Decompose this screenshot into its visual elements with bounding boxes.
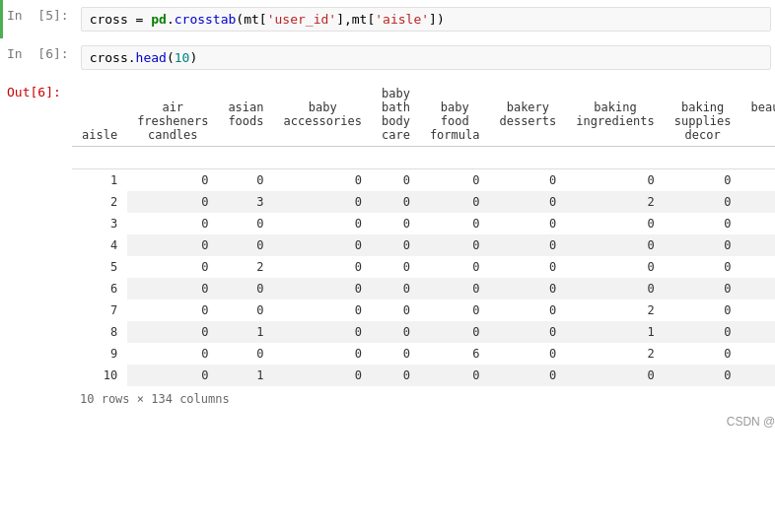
- cell-r3-c2: 0: [274, 213, 372, 234]
- cell-r4-c2: 0: [274, 234, 372, 256]
- cell-r2-c7: 0: [665, 191, 741, 213]
- cell-r2-c4: 0: [420, 191, 490, 213]
- cell-r3-c8: 0: [741, 213, 775, 234]
- cell-r8-c3: 0: [372, 321, 420, 343]
- cell-r2-c2: 0: [274, 191, 372, 213]
- cell-r6-c4: 0: [420, 278, 490, 299]
- cell-r1-c2: 0: [274, 169, 372, 192]
- row-index-4: 4: [72, 234, 127, 256]
- cell-r3-c7: 0: [665, 213, 741, 234]
- row-index-9: 9: [72, 343, 127, 365]
- var-cross: cross =: [90, 12, 152, 27]
- cell-r6-c6: 0: [566, 278, 664, 299]
- row-index-1: 1: [72, 169, 127, 192]
- cell-r9-c5: 0: [489, 343, 566, 365]
- cell-r2-c5: 0: [489, 191, 566, 213]
- cell-r2-c3: 0: [372, 191, 420, 213]
- kw-pd: pd: [151, 12, 167, 27]
- cell-r3-c0: 0: [127, 213, 218, 234]
- paren4: ): [189, 50, 197, 65]
- cell-r7-c2: 0: [274, 299, 372, 321]
- cell-6-label: In [6]:: [3, 42, 77, 65]
- paren1: (: [236, 12, 244, 27]
- num-10: 10: [175, 50, 190, 65]
- cell-r5-c1: 2: [218, 256, 273, 278]
- col-header-bakery: bakerydesserts: [489, 83, 566, 147]
- cell-r1-c3: 0: [372, 169, 420, 192]
- cell-5-label: In [5]:: [3, 4, 77, 27]
- row-index-6: 6: [72, 278, 127, 299]
- row-index-3: 3: [72, 213, 127, 234]
- notebook: In [5]: cross = pd.crosstab(mt['user_id'…: [0, 0, 775, 438]
- code-line-6: cross.head(10): [81, 45, 771, 70]
- table-row: 100100000000: [72, 365, 775, 386]
- table-row: 60000000000: [72, 278, 775, 299]
- cell-r2-c6: 2: [566, 191, 664, 213]
- col-header-beauty: beauty: [741, 83, 775, 147]
- cell-r1-c5: 0: [489, 169, 566, 192]
- cell-r9-c8: 0: [741, 343, 775, 365]
- bracket2: ]: [336, 12, 344, 27]
- cell-r3-c4: 0: [420, 213, 490, 234]
- cell-r2-c8: 0: [741, 191, 775, 213]
- cell-r4-c3: 0: [372, 234, 420, 256]
- col-header-baby-bath: babybathbody care: [372, 83, 420, 147]
- col-header-row: aisle airfreshenerscandles asianfoods ba…: [72, 83, 775, 147]
- row-index-2: 2: [72, 191, 127, 213]
- table-row: 70000002000: [72, 299, 775, 321]
- cell-r1-c6: 0: [566, 169, 664, 192]
- cell-r7-c5: 0: [489, 299, 566, 321]
- cell-r9-c7: 0: [665, 343, 741, 365]
- footer-text: 10 rows × 134 columns: [72, 386, 775, 412]
- cell-r6-c8: 0: [741, 278, 775, 299]
- cell-r6-c1: 0: [218, 278, 273, 299]
- cell-5-content[interactable]: cross = pd.crosstab(mt['user_id'],mt['ai…: [77, 4, 775, 34]
- cell-r5-c6: 0: [566, 256, 664, 278]
- comma1: ,: [344, 12, 352, 27]
- cell-out6-label: Out[6]:: [3, 81, 72, 103]
- paren3: (: [167, 50, 175, 65]
- kw-crosstab: crosstab: [175, 12, 237, 27]
- cell-r3-c5: 0: [489, 213, 566, 234]
- cell-r9-c1: 0: [218, 343, 273, 365]
- cell-r5-c7: 0: [665, 256, 741, 278]
- cell-r6-c5: 0: [489, 278, 566, 299]
- col-header-aisle: aisle: [72, 83, 127, 147]
- cell-r6-c2: 0: [274, 278, 372, 299]
- cell-r7-c4: 0: [420, 299, 490, 321]
- col-header-baby-food: babyfoodformula: [420, 83, 490, 147]
- cell-r10-c1: 1: [218, 365, 273, 386]
- cell-r6-c7: 0: [665, 278, 741, 299]
- table-row: 40000000000: [72, 234, 775, 256]
- cell-r8-c8: 0: [741, 321, 775, 343]
- cell-r1-c1: 0: [218, 169, 273, 192]
- cell-r1-c8: 0: [741, 169, 775, 192]
- cell-r5-c4: 0: [420, 256, 490, 278]
- col-header-baby-accessories: babyaccessories: [274, 83, 372, 147]
- dataframe-table: aisle airfreshenerscandles asianfoods ba…: [72, 83, 775, 386]
- cell-r4-c5: 0: [489, 234, 566, 256]
- cell-r3-c6: 0: [566, 213, 664, 234]
- cell-r5-c5: 0: [489, 256, 566, 278]
- cell-r4-c7: 0: [665, 234, 741, 256]
- col-header-air-fresheners: airfreshenerscandles: [127, 83, 218, 147]
- cell-6-content[interactable]: cross.head(10): [77, 42, 775, 73]
- row-index-10: 10: [72, 365, 127, 386]
- cell-out6: Out[6]: aisle airfreshenerscandles asian…: [0, 77, 775, 438]
- row-index-5: 5: [72, 256, 127, 278]
- table-row: 20300002000: [72, 191, 775, 213]
- col-header-baking-ing: bakingingredients: [566, 83, 664, 147]
- cell-r6-c3: 0: [372, 278, 420, 299]
- dot1: .: [167, 12, 175, 27]
- watermark-text: CSDN @抗出去的回旋镖: [72, 412, 775, 434]
- table-row: 50200000000: [72, 256, 775, 278]
- table-row: 30000000000: [72, 213, 775, 234]
- cell-r5-c0: 0: [127, 256, 218, 278]
- var-mt1: mt: [244, 12, 259, 27]
- paren2: ): [437, 12, 445, 27]
- cell-r10-c8: 0: [741, 365, 775, 386]
- cell-r5-c2: 0: [274, 256, 372, 278]
- table-row: 10000000000: [72, 169, 775, 192]
- cell-r8-c1: 1: [218, 321, 273, 343]
- str-aisle: 'aisle': [375, 12, 429, 27]
